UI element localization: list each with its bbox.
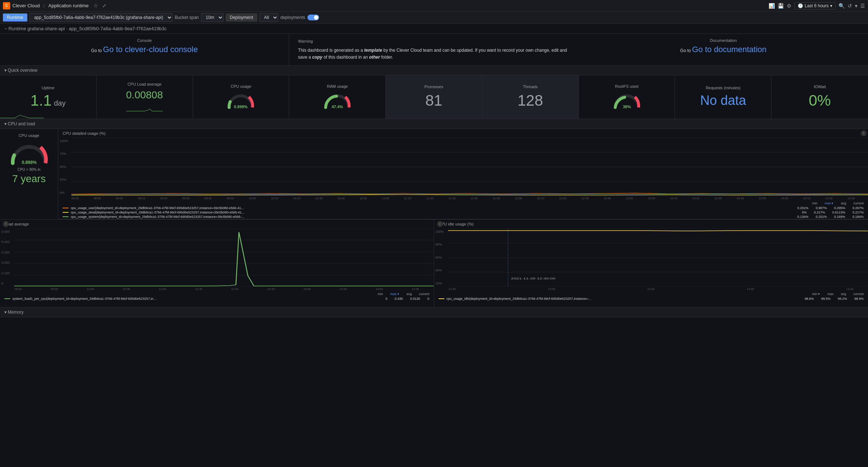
sidebar-icon[interactable]: ☰ (860, 3, 865, 9)
info-panels: Console Go to Go to clever-cloud console… (0, 34, 868, 66)
quick-overview-header[interactable]: ▾ Quick overview (0, 66, 868, 75)
docs-link[interactable]: Go to Go to documentation (585, 45, 862, 54)
processes-label: Processes (424, 85, 443, 89)
docs-label: Documentation (585, 38, 862, 43)
info-btn-cpu[interactable]: i (861, 130, 867, 136)
info-btn-idle[interactable]: i (437, 221, 443, 227)
load-avg-title: Load average (0, 220, 434, 228)
cpu-usage-large-gauge: 0.899% (9, 141, 49, 166)
app-breadcrumb: C Clever Cloud / Application runtime ☆ ⤢ (3, 2, 106, 9)
cpu-load-value: 0.00808 (126, 89, 163, 101)
uptime-sparkline (0, 108, 44, 119)
cpu-x-labels: 08:4008:5009:0009:1009:2009:3009:4009:50… (58, 196, 868, 201)
uptime-unit: day (54, 99, 66, 107)
threads-metric: Threads 128 (482, 75, 579, 119)
chart-icon[interactable]: 📊 (769, 3, 775, 9)
ram-usage-gauge: 47.4% (323, 91, 352, 110)
memory-section-header[interactable]: ▾ Memory (0, 307, 868, 317)
tab-runtime[interactable]: Runtime (3, 13, 27, 21)
info-btn-load[interactable]: i (3, 221, 9, 227)
docs-link-text[interactable]: Go to documentation (692, 45, 766, 54)
cpu-idle-x-labels: 12:3013:0013:3014:0014:30 (434, 287, 868, 291)
deployment-select[interactable]: All (259, 13, 278, 22)
memory-section-label: Memory (8, 310, 23, 315)
refresh-icon[interactable]: ↺ (848, 3, 852, 9)
legend-item-0: cpu_usage_user{deployment_id=deployment_… (58, 206, 868, 210)
cpu-load-label: CPU Load average (127, 82, 162, 86)
load-legend-item: system_load1_per_cpu{deployment_id=deplo… (0, 297, 434, 301)
cpu-usage-panel-label: CPU usage (19, 133, 39, 138)
warning-text: This dashboard is generated as a templat… (298, 47, 570, 61)
svg-text:0.899%: 0.899% (21, 160, 36, 165)
threads-value: 128 (518, 92, 543, 109)
legend-label-1: cpu_usage_steal{deployment_id=deployment… (71, 211, 326, 214)
bucket-span-select[interactable]: 10m (201, 13, 224, 22)
collapse-icon: ▾ (4, 68, 7, 73)
deployments-label: deployments (280, 15, 305, 20)
legend-color-2 (63, 216, 68, 217)
clock-icon: 🕐 (798, 3, 803, 8)
load-avg-chart (14, 228, 434, 287)
nav-bar: Runtime app_5cd85fb0-7a6a-4abb-9ea7-f762… (0, 12, 868, 24)
save-icon[interactable]: 💾 (778, 3, 784, 9)
cpu-usage-panel: CPU usage 0.899% CPU > 90% in 7 years (0, 129, 58, 219)
uptime-value: 1.1 (31, 93, 52, 108)
console-panel: Console Go to Go to clever-cloud console (0, 34, 289, 65)
svg-text:0.899%: 0.899% (234, 105, 248, 109)
console-link[interactable]: Go to Go to clever-cloud console (6, 45, 283, 54)
legend-label-2: cpu_usage_system{deployment_id=deploymen… (71, 215, 326, 219)
cpu-load-header[interactable]: ▾ CPU and load (0, 119, 868, 129)
console-link-prefix: Go to (91, 48, 103, 53)
legend-color-0 (63, 208, 68, 208)
deployments-toggle[interactable] (307, 15, 319, 20)
bucket-span-label: Bucket span (175, 15, 199, 20)
cpu-threshold-label: CPU > 90% in (17, 168, 40, 172)
star-icon[interactable]: ☆ (94, 3, 98, 8)
share-icon[interactable]: ⤢ (102, 3, 106, 8)
legend-current-0: 0.267% (852, 206, 864, 210)
docs-link-prefix: Go to (680, 48, 692, 53)
iowait-metric: IOWait 0% (771, 75, 868, 119)
collapse-memory-icon: ▾ (4, 310, 7, 315)
load-legend-header: minmax ▾avgcurrent (0, 291, 434, 297)
cpu-idle-legend-header: min ▾maxavgcurrent (434, 291, 868, 297)
load-x-labels: 09:0009:3010:0010:3011:0011:3012:0012:30… (0, 287, 434, 291)
cpu-load-section: CPU usage 0.899% CPU > 90% in 7 years CP… (0, 129, 868, 220)
processes-value: 81 (425, 92, 443, 109)
warning-label: Warning (298, 38, 570, 45)
legend-color-1 (63, 212, 68, 213)
cpu-idle-panel: CPU idle usage (%) i 100%80%60%40%20% 20… (434, 220, 868, 307)
cpu-load-sparkline (126, 101, 163, 112)
legend-current-2: 0.184% (852, 215, 864, 219)
load-average-panel: Load average i 0.5000.4000.3000.2000.100… (0, 220, 434, 307)
svg-text:38%: 38% (623, 105, 631, 109)
legend-min-2: 0.134% (797, 215, 809, 219)
cpu-usage-label: CPU usage (231, 84, 251, 89)
time-range-button[interactable]: 🕐 Last 6 hours ▾ (794, 2, 836, 9)
metrics-row: Uptime 1.1 day CPU Load average 0.00808 … (0, 75, 868, 119)
dashboard-title: ~ Runtime grafana-share-api · app_5cd85f… (0, 24, 868, 34)
console-link-text[interactable]: Go to clever-cloud console (103, 45, 198, 54)
legend-header: minmax ▾avgcurrent (58, 201, 868, 206)
top-bar: C Clever Cloud / Application runtime ☆ ⤢… (0, 0, 868, 12)
zoom-out-icon[interactable]: 🔍 (838, 3, 845, 9)
settings-icon[interactable]: ⚙ (787, 3, 792, 9)
legend-label-0: cpu_usage_user{deployment_id=deployment_… (71, 206, 326, 210)
ram-usage-metric: RAM usage 47.4% (289, 75, 386, 119)
deployment-button[interactable]: Deployment (226, 13, 257, 21)
rootfs-metric: RootFS used 38% (579, 75, 675, 119)
legend-item-2: cpu_usage_system{deployment_id=deploymen… (58, 215, 868, 219)
clever-cloud-logo: C (3, 2, 10, 9)
legend-max-0: 0.987% (816, 206, 827, 210)
threads-label: Threads (523, 85, 538, 89)
app-id-select[interactable]: app_5cd85fb0-7a6a-4abb-9ea7-f762ae419b3c… (30, 13, 173, 22)
legend-avg-0: 0.295% (834, 206, 845, 210)
legend-item-1: cpu_usage_steal{deployment_id=deployment… (58, 210, 868, 215)
chevron-down-icon[interactable]: ▾ (855, 3, 857, 9)
chevron-down-icon: ▾ (830, 3, 832, 8)
legend-max-2: 0.201% (816, 215, 827, 219)
docs-panel: Documentation Go to Go to documentation (579, 34, 868, 65)
top-bar-controls: 📊 💾 ⚙ 🕐 Last 6 hours ▾ 🔍 ↺ ▾ ☰ (769, 2, 865, 9)
quick-overview-label: Quick overview (8, 68, 37, 73)
cpu-load-metric: CPU Load average 0.00808 (97, 75, 193, 119)
